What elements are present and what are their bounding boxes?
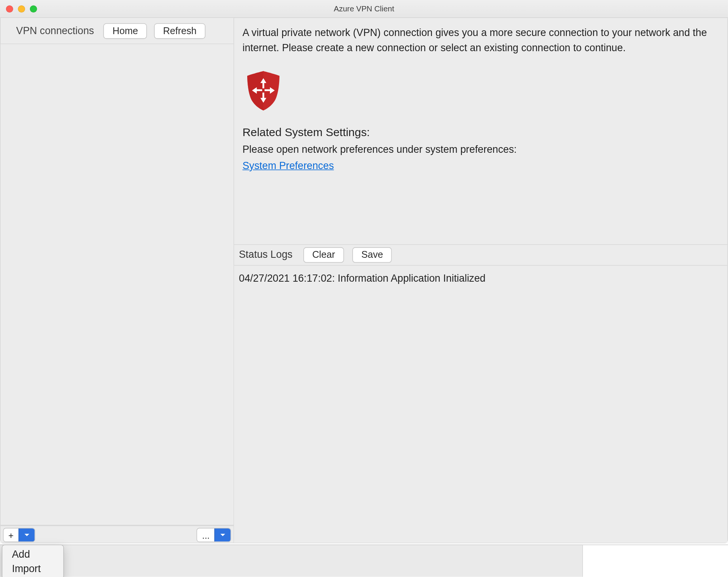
add-menu-item-import[interactable]: Import (2, 562, 63, 576)
background-filler-right (582, 544, 728, 577)
more-dropdown-icon[interactable] (214, 528, 231, 542)
plus-icon: + (3, 528, 18, 542)
add-dropdown-icon[interactable] (18, 528, 35, 542)
window-title: Azure VPN Client (0, 4, 728, 13)
sidebar-heading: VPN connections (16, 25, 94, 37)
close-icon[interactable] (6, 5, 13, 12)
related-settings-sub: Please open network preferences under sy… (242, 143, 719, 158)
add-menu: Add Import (2, 544, 64, 577)
window-controls (6, 5, 37, 12)
save-button[interactable]: Save (352, 247, 392, 263)
log-entry: 04/27/2021 16:17:02: Information Applica… (239, 273, 723, 285)
zoom-icon[interactable] (30, 5, 37, 12)
add-connection-button[interactable]: + (3, 528, 35, 542)
ellipsis-icon: ... (198, 528, 215, 542)
more-actions-button[interactable]: ... (197, 528, 231, 542)
sidebar: VPN connections Home Refresh + ... (1, 18, 234, 543)
related-settings-heading: Related System Settings: (242, 124, 719, 141)
connections-list (1, 44, 234, 525)
logs-body: 04/27/2021 16:17:02: Information Applica… (234, 266, 727, 543)
minimize-icon[interactable] (18, 5, 25, 12)
sidebar-header: VPN connections Home Refresh (1, 18, 234, 44)
logs-header: Status Logs Clear Save (234, 245, 727, 266)
add-menu-item-add[interactable]: Add (2, 547, 63, 562)
logs-heading: Status Logs (239, 249, 292, 261)
titlebar: Azure VPN Client (0, 0, 728, 18)
content-top: A virtual private network (VPN) connecti… (234, 18, 727, 245)
sidebar-footer: + ... (1, 525, 234, 543)
right-panel: A virtual private network (VPN) connecti… (234, 18, 727, 543)
shield-icon (244, 70, 719, 116)
background-filler (0, 544, 582, 577)
clear-button[interactable]: Clear (303, 247, 344, 263)
intro-text: A virtual private network (VPN) connecti… (242, 25, 719, 56)
home-button[interactable]: Home (104, 23, 147, 39)
system-preferences-link[interactable]: System Preferences (242, 160, 334, 171)
refresh-button[interactable]: Refresh (154, 23, 205, 39)
main-area: VPN connections Home Refresh + ... (0, 18, 728, 543)
